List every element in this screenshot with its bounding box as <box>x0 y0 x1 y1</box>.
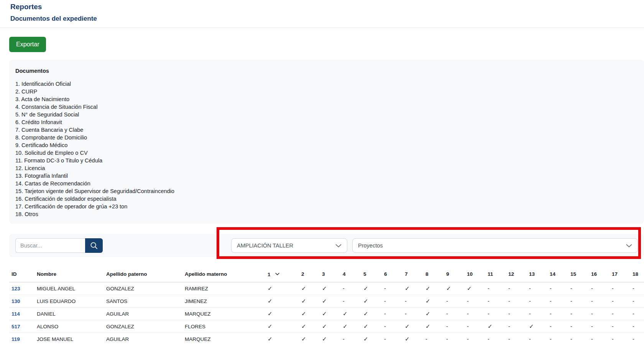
doc-status-dash: - <box>525 282 546 295</box>
doc-status-dash: - <box>567 295 587 308</box>
doc-status-dash: - <box>463 320 484 333</box>
doc-column-label: 7 <box>405 271 408 277</box>
document-list-item: 11. Formato DC-3 o Titulo y Cédula <box>15 157 638 164</box>
doc-column-label: 11 <box>488 271 493 277</box>
table-header-row: ID Nombre Apellido paterno Apellido mate… <box>9 262 644 282</box>
doc-column-header-1[interactable]: 1 <box>264 262 297 282</box>
doc-column-header-13[interactable]: 13 <box>525 262 546 282</box>
search-input[interactable] <box>15 238 85 253</box>
column-header-id[interactable]: ID <box>9 262 34 282</box>
doc-column-label: 8 <box>426 271 429 277</box>
cell-apellido-materno: RAMIREZ <box>182 282 264 295</box>
document-list-item: 14. Cartas de Recomendación <box>15 180 638 187</box>
page-header: Reportes Documentos del expediente <box>0 0 644 28</box>
doc-status-dash: - <box>546 308 567 320</box>
row-id-link[interactable]: 123 <box>12 286 20 292</box>
doc-status-dash: - <box>546 282 567 295</box>
doc-column-label: 3 <box>322 271 325 277</box>
column-header-apellido-materno[interactable]: Apellido materno <box>182 262 264 282</box>
doc-status-dash: - <box>567 282 587 295</box>
doc-status-dash: - <box>504 295 525 308</box>
row-id-link[interactable]: 130 <box>12 298 20 304</box>
column-header-apellido-paterno[interactable]: Apellido paterno <box>104 262 182 282</box>
doc-column-header-9[interactable]: 9 <box>442 262 463 282</box>
column-header-nombre[interactable]: Nombre <box>34 262 104 282</box>
doc-status-check: ✓ <box>401 282 422 295</box>
doc-column-header-14[interactable]: 14 <box>546 262 567 282</box>
doc-column-label: 14 <box>550 271 555 277</box>
row-id-link[interactable]: 114 <box>12 311 20 317</box>
doc-status-check: ✓ <box>318 320 339 333</box>
chevron-down-icon <box>626 244 632 247</box>
export-button[interactable]: Exportar <box>9 37 46 52</box>
doc-column-header-6[interactable]: 6 <box>380 262 401 282</box>
table-row: 130LUIS EDUARDOSANTOSJIMENEZ✓✓✓-✓--✓----… <box>9 295 644 308</box>
doc-status-dash: - <box>442 320 463 333</box>
doc-status-dash: - <box>339 282 360 295</box>
doc-column-header-7[interactable]: 7 <box>401 262 422 282</box>
row-id-link[interactable]: 517 <box>12 324 20 329</box>
cell-apellido-paterno: GONZALEZ <box>104 320 182 333</box>
doc-column-label: 1 <box>268 272 271 277</box>
doc-status-check: ✓ <box>264 333 297 344</box>
doc-status-dash: - <box>463 295 484 308</box>
table-body: 123MIGUEL ANGELGONZALEZRAMIREZ✓✓✓-✓-✓✓✓✓… <box>9 282 644 344</box>
document-list-item: 1. Identificación Oficial <box>15 80 638 88</box>
doc-status-check: ✓ <box>422 295 442 308</box>
search-group <box>15 238 103 253</box>
doc-column-header-8[interactable]: 8 <box>422 262 442 282</box>
table-row: 114DANIELAGUILARMARQUEZ✓✓✓✓✓--✓---------… <box>9 308 644 320</box>
doc-column-header-18[interactable]: 18 <box>629 262 644 282</box>
doc-column-header-5[interactable]: 5 <box>360 262 380 282</box>
cell-id: 114 <box>9 308 34 320</box>
doc-status-check: ✓ <box>463 282 484 295</box>
doc-column-header-4[interactable]: 4 <box>339 262 360 282</box>
doc-status-check: ✓ <box>318 333 339 344</box>
doc-column-label: 9 <box>446 271 449 277</box>
doc-column-label: 5 <box>363 271 366 277</box>
doc-status-dash: - <box>546 320 567 333</box>
records-table-wrap: ID Nombre Apellido paterno Apellido mate… <box>9 262 644 344</box>
cell-nombre: LUIS EDUARDO <box>34 295 104 308</box>
row-id-link[interactable]: 119 <box>12 336 20 342</box>
doc-status-check: ✓ <box>422 320 442 333</box>
document-list-item: 3. Acta de Nacimiento <box>15 95 638 103</box>
doc-column-header-11[interactable]: 11 <box>484 262 504 282</box>
doc-column-header-16[interactable]: 16 <box>587 262 608 282</box>
document-list-item: 18. Otros <box>15 210 638 218</box>
doc-status-check: ✓ <box>525 320 546 333</box>
doc-status-dash: - <box>587 333 608 344</box>
documents-panel: Documentos 1. Identificación Oficial2. C… <box>9 60 644 224</box>
doc-status-check: ✓ <box>484 320 504 333</box>
doc-status-dash: - <box>442 333 463 344</box>
doc-column-header-3[interactable]: 3 <box>318 262 339 282</box>
page-title: Reportes <box>10 2 644 11</box>
doc-status-check: ✓ <box>442 282 463 295</box>
doc-status-dash: - <box>587 320 608 333</box>
doc-column-header-17[interactable]: 17 <box>608 262 629 282</box>
doc-status-dash: - <box>504 282 525 295</box>
doc-status-dash: - <box>629 320 644 333</box>
doc-status-dash: - <box>629 282 644 295</box>
cell-nombre: MIGUEL ANGEL <box>34 282 104 295</box>
doc-status-check: ✓ <box>264 308 297 320</box>
doc-column-header-12[interactable]: 12 <box>504 262 525 282</box>
doc-status-check: ✓ <box>264 295 297 308</box>
projects-dropdown[interactable]: Proyectos <box>352 238 638 253</box>
projects-dropdown-value: Proyectos <box>358 242 383 249</box>
doc-column-label: 13 <box>529 271 535 277</box>
doc-status-dash: - <box>380 333 401 344</box>
doc-status-dash: - <box>442 295 463 308</box>
project-type-dropdown[interactable]: AMPLIACIÓN TALLER <box>231 238 347 253</box>
doc-column-header-15[interactable]: 15 <box>567 262 587 282</box>
doc-status-check: ✓ <box>360 295 380 308</box>
doc-status-check: ✓ <box>360 282 380 295</box>
doc-status-check: ✓ <box>360 308 380 320</box>
doc-status-dash: - <box>546 333 567 344</box>
sort-chevron-down-icon <box>275 271 279 277</box>
doc-column-header-10[interactable]: 10 <box>463 262 484 282</box>
doc-column-header-2[interactable]: 2 <box>297 262 318 282</box>
search-button[interactable] <box>85 238 103 253</box>
cell-id: 517 <box>9 320 34 333</box>
cell-apellido-paterno: AGUILAR <box>104 308 182 320</box>
